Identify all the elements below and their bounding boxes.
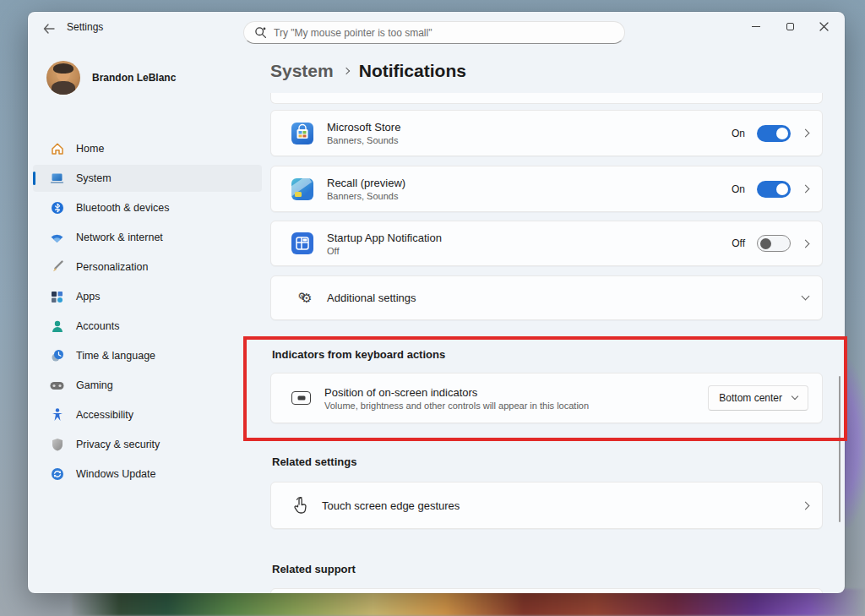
notification-sender-startup-app[interactable]: Startup App Notification Off Off bbox=[270, 221, 823, 266]
startup-app-toggle[interactable] bbox=[757, 235, 791, 252]
avatar bbox=[46, 61, 80, 95]
toggle-state-label: On bbox=[732, 128, 745, 139]
window-controls bbox=[739, 12, 841, 41]
position-of-onscreen-indicators-card: Position of on-screen indicators Volume,… bbox=[270, 373, 823, 423]
sidebar-item-label: Bluetooth & devices bbox=[76, 202, 170, 214]
page-title: Notifications bbox=[359, 61, 466, 81]
sidebar-item-accessibility[interactable]: Accessibility bbox=[33, 401, 262, 428]
sidebar-item-label: Time & language bbox=[76, 350, 155, 362]
sidebar-item-personalization[interactable]: Personalization bbox=[33, 253, 262, 281]
microsoft-store-icon bbox=[291, 123, 313, 144]
card-title: Startup App Notification bbox=[327, 232, 442, 244]
chevron-right-icon bbox=[802, 239, 810, 248]
account-entry[interactable]: Brandon LeBlanc bbox=[46, 61, 176, 95]
back-button[interactable] bbox=[36, 18, 62, 40]
maximize-button[interactable] bbox=[773, 12, 807, 41]
settings-window: Settings Brandon LeBlanc bbox=[28, 12, 845, 593]
card-title: Additional settings bbox=[327, 292, 416, 304]
sidebar-item-accounts[interactable]: Accounts bbox=[33, 313, 262, 340]
sidebar: Brandon LeBlanc Home System Bluetooth & … bbox=[28, 49, 270, 593]
accounts-person-icon bbox=[50, 319, 64, 334]
time-language-icon bbox=[50, 349, 64, 363]
touch-screen-edge-gestures-card[interactable]: Touch screen edge gestures bbox=[270, 482, 823, 529]
position-dropdown[interactable]: Bottom center bbox=[708, 385, 808, 411]
card-title: Position of on-screen indicators bbox=[324, 386, 589, 399]
touch-gesture-icon bbox=[291, 496, 308, 515]
section-heading-related-settings: Related settings bbox=[270, 455, 823, 468]
sidebar-item-gaming[interactable]: Gaming bbox=[33, 372, 262, 399]
personalization-brush-icon bbox=[50, 260, 64, 275]
sidebar-item-system[interactable]: System bbox=[33, 165, 262, 192]
sidebar-item-label: Home bbox=[76, 143, 104, 155]
titlebar: Settings bbox=[28, 12, 845, 49]
gears-icon: ⚙⚙ bbox=[291, 291, 313, 306]
notification-sender-recall[interactable]: Recall (preview) Banners, Sounds On bbox=[270, 166, 823, 212]
sidebar-item-network-internet[interactable]: Network & internet bbox=[33, 224, 262, 251]
breadcrumb-chevron-icon bbox=[342, 68, 349, 74]
card-subtitle: Banners, Sounds bbox=[327, 191, 405, 201]
user-name: Brandon LeBlanc bbox=[92, 72, 176, 84]
chevron-down-icon bbox=[792, 393, 798, 400]
sidebar-item-label: Privacy & security bbox=[76, 439, 160, 450]
apps-icon bbox=[50, 290, 64, 304]
sidebar-item-home[interactable]: Home bbox=[33, 135, 262, 162]
search-input[interactable] bbox=[274, 27, 614, 39]
breadcrumb-parent[interactable]: System bbox=[270, 61, 334, 81]
sidebar-item-label: System bbox=[76, 172, 112, 184]
sidebar-item-privacy-security[interactable]: Privacy & security bbox=[33, 431, 262, 458]
sidebar-item-time-language[interactable]: Time & language bbox=[33, 342, 262, 369]
sidebar-item-label: Accounts bbox=[76, 320, 119, 332]
system-icon bbox=[50, 172, 64, 186]
chevron-down-icon bbox=[802, 292, 810, 301]
card-subtitle: Off bbox=[327, 246, 442, 256]
sidebar-item-windows-update[interactable]: Windows Update bbox=[33, 461, 262, 488]
startup-app-icon bbox=[291, 232, 313, 254]
sidebar-item-apps[interactable]: Apps bbox=[33, 283, 262, 310]
card-title: Microsoft Store bbox=[327, 121, 400, 134]
section-heading-related-support: Related support bbox=[270, 563, 823, 575]
toggle-state-label: On bbox=[732, 183, 745, 195]
main-content: Microsoft Store Banners, Sounds On Recal… bbox=[270, 93, 823, 593]
windows-update-icon bbox=[50, 467, 64, 482]
minimize-button[interactable] bbox=[739, 12, 773, 41]
home-icon bbox=[50, 142, 64, 156]
onscreen-indicator-icon bbox=[291, 391, 311, 405]
privacy-shield-icon bbox=[50, 438, 64, 452]
wifi-icon bbox=[50, 231, 64, 245]
close-icon bbox=[819, 22, 829, 31]
sidebar-item-label: Windows Update bbox=[76, 468, 156, 480]
maximize-icon bbox=[786, 23, 794, 30]
sidebar-nav: Home System Bluetooth & devices Network … bbox=[33, 135, 262, 488]
help-from-the-web-expander[interactable]: Help from the web bbox=[270, 588, 823, 593]
section-heading-indicators: Indicators from keyboard actions bbox=[270, 348, 823, 361]
sidebar-item-label: Network & internet bbox=[76, 232, 163, 243]
back-arrow-icon bbox=[43, 24, 55, 34]
partially-scrolled-card[interactable] bbox=[270, 93, 823, 104]
close-button[interactable] bbox=[807, 12, 841, 41]
sidebar-item-label: Apps bbox=[76, 291, 101, 303]
toggle-state-label: Off bbox=[732, 237, 745, 249]
additional-settings-expander[interactable]: ⚙⚙ Additional settings bbox=[270, 275, 823, 320]
sidebar-item-bluetooth-devices[interactable]: Bluetooth & devices bbox=[33, 194, 262, 221]
card-subtitle: Banners, Sounds bbox=[327, 135, 400, 145]
recall-icon bbox=[291, 178, 313, 200]
microsoft-store-toggle[interactable] bbox=[757, 125, 791, 142]
app-title: Settings bbox=[67, 21, 103, 33]
breadcrumb: System Notifications bbox=[270, 61, 466, 81]
recall-toggle[interactable] bbox=[757, 181, 791, 198]
bluetooth-icon bbox=[50, 201, 64, 215]
accessibility-person-icon bbox=[50, 408, 64, 422]
notification-sender-microsoft-store[interactable]: Microsoft Store Banners, Sounds On bbox=[270, 110, 823, 156]
card-subtitle: Volume, brightness and other controls wi… bbox=[324, 401, 589, 411]
card-title: Touch screen edge gestures bbox=[322, 499, 460, 512]
scrollbar-thumb[interactable] bbox=[839, 376, 841, 522]
sidebar-item-label: Personalization bbox=[76, 261, 148, 273]
sidebar-item-label: Gaming bbox=[76, 379, 113, 391]
search-box[interactable] bbox=[243, 21, 625, 44]
sidebar-item-label: Accessibility bbox=[76, 409, 133, 421]
search-icon bbox=[254, 26, 267, 39]
chevron-right-icon bbox=[802, 501, 810, 510]
gaming-gamepad-icon bbox=[50, 379, 64, 393]
dropdown-selected-value: Bottom center bbox=[719, 392, 782, 404]
chevron-right-icon bbox=[802, 129, 810, 138]
